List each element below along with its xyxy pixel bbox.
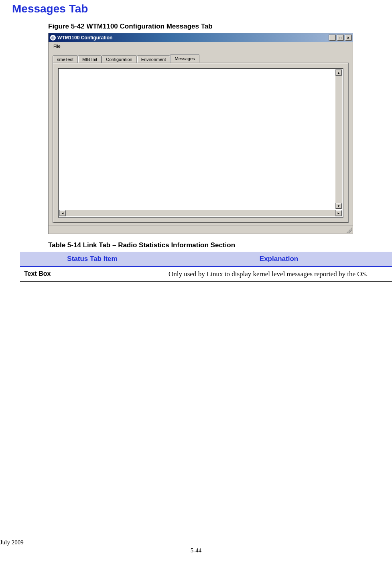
info-table: Status Tab Item Explanation Text Box Onl… [20,252,392,282]
content-block: Figure 5-42 WTM1100 Configuration Messag… [48,22,380,282]
tab-messages[interactable]: Messages [170,54,199,63]
footer-page-number: 5-44 [0,547,392,554]
table-header-row: Status Tab Item Explanation [20,252,392,267]
tab-environment[interactable]: Environment [137,55,171,63]
menu-file[interactable]: File [51,43,63,49]
minimize-button[interactable]: _ [329,35,336,41]
scroll-right-icon[interactable]: ► [335,210,342,216]
window-title: WTM1100 Configuration [57,35,112,41]
close-button[interactable]: × [345,35,352,41]
footer-date: July 2009 [0,539,24,546]
scroll-up-icon[interactable]: ▲ [335,69,342,76]
table-caption: Table 5-14 Link Tab – Radio Statistics I… [48,241,380,249]
table-header-col2: Explanation [165,252,392,267]
page-heading: Messages Tab [12,2,380,15]
app-window: ◎ WTM1100 Configuration _ □ × File smeTe… [48,33,353,234]
tab-smetest[interactable]: smeTest [53,55,78,63]
tab-mib-init[interactable]: MIB Init [78,55,102,63]
scroll-down-icon[interactable]: ▼ [335,203,342,209]
tab-panel-messages: ▲ ▼ ◄ ► [53,63,349,223]
figure-caption: Figure 5-42 WTM1100 Configuration Messag… [48,22,380,31]
menu-bar: File [49,42,353,50]
resize-grip-icon[interactable] [346,227,352,233]
tab-strip: smeTest MIB Init Configuration Environme… [53,54,349,63]
app-icon: ◎ [50,35,56,41]
horizontal-scrollbar[interactable]: ◄ ► [59,210,342,216]
window-body: smeTest MIB Init Configuration Environme… [49,50,353,226]
vertical-scrollbar[interactable]: ▲ ▼ [335,69,342,209]
table-cell-item: Text Box [20,267,165,282]
tab-configuration[interactable]: Configuration [102,55,136,63]
window-titlebar[interactable]: ◎ WTM1100 Configuration _ □ × [49,33,353,42]
messages-textbox[interactable]: ▲ ▼ ◄ ► [58,68,343,218]
table-row: Text Box Only used by Linux to display k… [20,267,392,282]
table-header-col1: Status Tab Item [20,252,165,267]
maximize-button[interactable]: □ [337,35,344,41]
scroll-left-icon[interactable]: ◄ [59,210,66,216]
status-bar [49,226,353,234]
table-cell-explanation: Only used by Linux to display kernel lev… [165,267,392,282]
